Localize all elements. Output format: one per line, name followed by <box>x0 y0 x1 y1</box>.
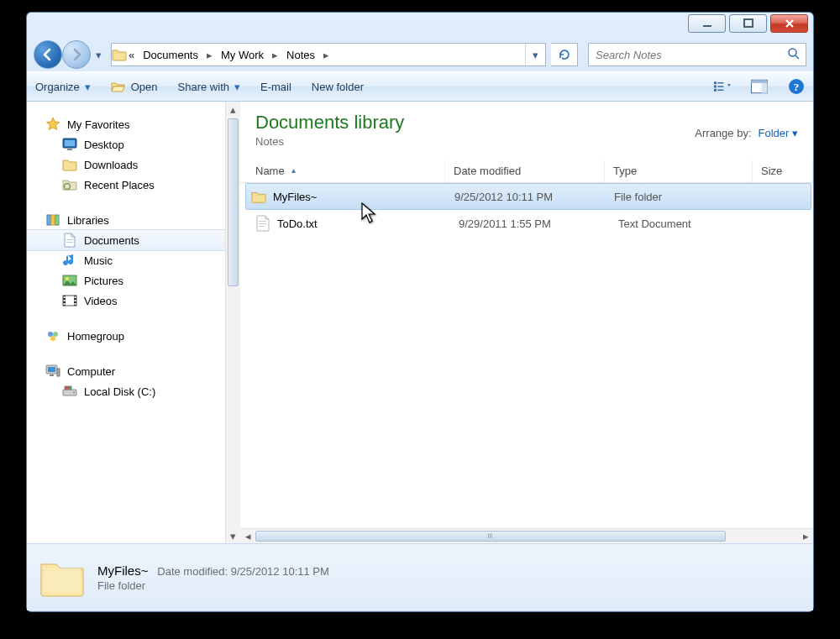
file-date: 9/25/2012 10:11 PM <box>446 191 606 203</box>
svg-rect-48 <box>259 226 264 227</box>
arrange-value: Folder <box>759 127 790 139</box>
forward-button[interactable] <box>62 40 91 69</box>
email-button[interactable]: E-mail <box>260 81 291 93</box>
svg-point-42 <box>73 392 75 394</box>
svg-rect-40 <box>57 369 60 376</box>
sort-asc-icon: ▴ <box>291 165 296 175</box>
svg-rect-29 <box>64 300 66 301</box>
open-button[interactable]: Open <box>111 79 158 94</box>
arrange-by[interactable]: Arrange by: Folder ▾ <box>695 127 798 139</box>
sidebar-item-documents[interactable]: Documents <box>27 229 225 251</box>
folder-icon <box>62 157 77 172</box>
folder-icon <box>39 554 86 601</box>
column-size[interactable]: Size <box>753 160 813 182</box>
refresh-button[interactable] <box>551 43 578 66</box>
chevron-right-icon[interactable]: ▸ <box>320 49 333 61</box>
breadcrumb-notes[interactable]: Notes <box>281 44 320 65</box>
svg-rect-5 <box>714 89 717 92</box>
details-name: MyFiles~ <box>97 563 148 578</box>
view-mode-button[interactable] <box>714 78 731 95</box>
svg-point-34 <box>48 332 53 337</box>
back-button[interactable] <box>34 40 62 69</box>
chevron-down-icon: ▾ <box>234 81 240 93</box>
maximize-button[interactable] <box>729 14 767 33</box>
desktop-label: Desktop <box>84 139 124 151</box>
file-type: Text Document <box>610 217 758 230</box>
svg-point-35 <box>53 332 58 337</box>
file-date: 9/29/2011 1:55 PM <box>450 217 610 230</box>
svg-rect-39 <box>50 374 54 376</box>
pictures-icon <box>62 273 77 288</box>
column-name[interactable]: Name▴ <box>240 160 445 182</box>
file-row-selected[interactable]: MyFiles~ 9/25/2012 10:11 PM File folder <box>245 183 811 210</box>
explorer-window: ▾ « Documents ▸ My Work ▸ Notes ▸ ▾ <box>26 12 814 612</box>
scroll-left-icon[interactable]: ◂ <box>240 530 255 542</box>
sidebar-item-videos[interactable]: Videos <box>27 291 240 311</box>
libraries-icon <box>45 212 60 228</box>
localdisk-label: Local Disk (C:) <box>84 385 155 398</box>
homegroup-label: Homegroup <box>67 330 124 343</box>
svg-rect-38 <box>48 367 55 372</box>
file-row[interactable]: ToDo.txt 9/29/2011 1:55 PM Text Document <box>240 210 813 237</box>
chevron-right-icon[interactable]: ▸ <box>269 49 281 61</box>
address-bar[interactable]: « Documents ▸ My Work ▸ Notes ▸ ▾ <box>111 43 546 66</box>
newfolder-button[interactable]: New folder <box>312 81 364 93</box>
music-label: Music <box>84 254 113 267</box>
svg-rect-22 <box>66 242 73 243</box>
sidebar-item-pictures[interactable]: Pictures <box>27 270 240 291</box>
open-label: Open <box>131 81 158 93</box>
music-icon <box>62 253 77 268</box>
breadcrumb-mywork[interactable]: My Work <box>216 44 269 65</box>
sidebar-item-downloads[interactable]: Downloads <box>27 155 240 175</box>
breadcrumb-overflow-icon[interactable]: « <box>127 49 138 61</box>
sidebar-scrollbar[interactable]: ▴ ▾ <box>225 102 240 543</box>
sidebar-item-desktop[interactable]: Desktop <box>27 134 240 155</box>
scroll-right-icon[interactable]: ▸ <box>798 530 813 542</box>
sidebar-item-recent[interactable]: Recent Places <box>27 175 240 195</box>
breadcrumb-documents[interactable]: Documents <box>138 44 203 65</box>
scroll-up-icon[interactable]: ▴ <box>226 102 240 117</box>
column-type[interactable]: Type <box>605 160 753 182</box>
scrollbar-thumb[interactable] <box>255 531 726 542</box>
svg-rect-10 <box>751 80 767 83</box>
star-icon <box>45 117 60 132</box>
minimize-button[interactable] <box>688 14 726 33</box>
svg-point-36 <box>50 336 55 341</box>
chevron-right-icon[interactable]: ▸ <box>203 49 216 61</box>
sidebar-favorites-header[interactable]: My Favorites <box>27 114 240 134</box>
newfolder-label: New folder <box>312 81 364 93</box>
libraries-label: Libraries <box>67 214 109 227</box>
toolbar: Organize ▾ Open Share with ▾ E-mail New … <box>27 71 813 102</box>
file-name: MyFiles~ <box>273 191 317 203</box>
details-mod-label: Date modified: <box>157 565 228 578</box>
folder-open-icon <box>111 79 126 94</box>
scrollbar-thumb[interactable] <box>228 118 239 286</box>
svg-rect-28 <box>64 296 66 298</box>
search-box[interactable] <box>588 43 806 66</box>
search-input[interactable] <box>594 48 787 62</box>
svg-rect-1 <box>744 19 753 27</box>
share-button[interactable]: Share with ▾ <box>178 81 240 93</box>
horizontal-scrollbar[interactable]: ◂ ▸ <box>240 528 813 543</box>
text-file-icon <box>255 216 270 231</box>
homegroup-icon <box>45 328 60 343</box>
close-button[interactable] <box>770 14 808 33</box>
help-button[interactable]: ? <box>788 78 805 95</box>
sidebar-item-music[interactable]: Music <box>27 250 240 270</box>
favorites-label: My Favorites <box>67 118 129 131</box>
sidebar-homegroup-header[interactable]: Homegroup <box>27 326 240 346</box>
preview-pane-button[interactable] <box>751 78 768 95</box>
documents-label: Documents <box>84 234 139 247</box>
sidebar-item-localdisk[interactable]: Local Disk (C:) <box>27 381 240 401</box>
sidebar-computer-header[interactable]: Computer <box>27 361 240 381</box>
column-headers: Name▴ Date modified Type Size <box>240 160 813 183</box>
nav-history-dropdown[interactable]: ▾ <box>91 49 106 61</box>
organize-button[interactable]: Organize ▾ <box>35 81 91 93</box>
address-dropdown[interactable]: ▾ <box>525 44 545 65</box>
sidebar-libraries-header[interactable]: Libraries <box>27 210 240 230</box>
folder-icon <box>251 189 266 204</box>
scroll-down-icon[interactable]: ▾ <box>226 528 240 543</box>
column-date[interactable]: Date modified <box>445 160 605 182</box>
drive-icon <box>62 384 77 399</box>
svg-rect-16 <box>67 149 72 150</box>
